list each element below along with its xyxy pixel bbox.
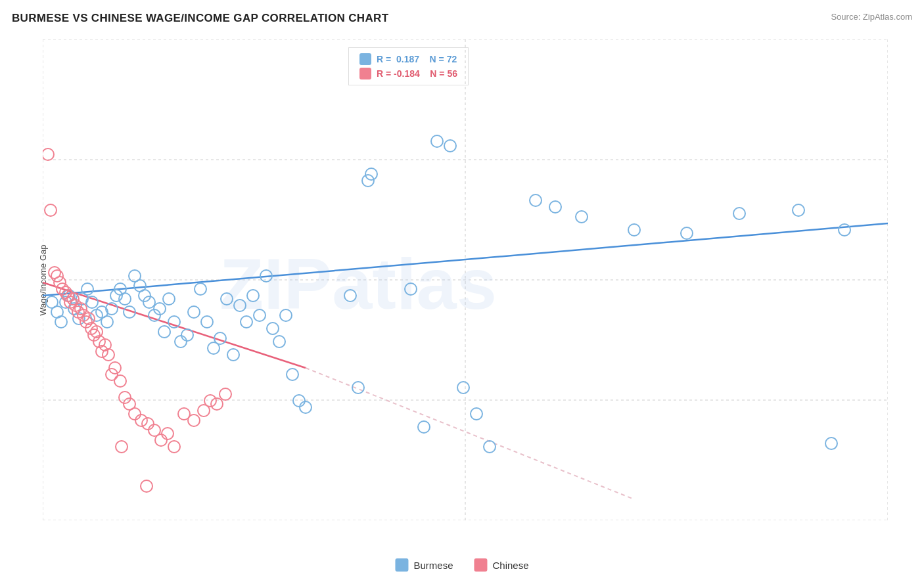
svg-point-58 [267,323,279,334]
svg-point-112 [129,408,141,420]
svg-point-113 [135,415,147,426]
svg-point-124 [219,388,231,400]
svg-point-106 [103,349,114,361]
svg-point-75 [530,194,542,206]
svg-point-61 [287,369,298,380]
svg-point-82 [825,438,837,449]
bottom-legend-box-burmese [395,558,408,572]
svg-point-71 [444,140,456,152]
svg-point-62 [293,395,305,407]
bottom-legend-burmese: Burmese [395,558,453,572]
bottom-legend-label-burmese: Burmese [413,560,453,571]
svg-point-114 [142,418,154,430]
svg-point-85 [45,204,57,216]
svg-point-110 [119,392,131,403]
bottom-legend-chinese: Chinese [474,558,528,572]
svg-point-80 [733,208,745,219]
svg-point-120 [188,415,200,426]
svg-point-47 [195,283,206,295]
chart-title: BURMESE VS CHINESE WAGE/INCOME GAP CORRE… [12,12,388,25]
svg-point-59 [273,336,285,348]
svg-point-45 [181,329,193,341]
svg-point-81 [793,204,804,216]
svg-point-83 [839,224,850,236]
svg-point-77 [576,211,588,223]
svg-point-44 [175,336,187,348]
svg-point-84 [43,148,54,160]
svg-point-72 [457,382,469,394]
svg-point-29 [101,316,113,328]
svg-point-79 [681,227,693,239]
svg-point-69 [418,421,430,433]
svg-point-70 [431,135,443,147]
bottom-legend-box-chinese [474,558,487,572]
chart-svg: ZIPatlas 80.0% 60.0% 40.0% 20.0% 0.0% 60… [43,39,888,520]
svg-point-78 [628,224,640,236]
svg-point-117 [162,428,173,440]
svg-point-25 [81,283,93,295]
svg-point-74 [484,441,496,453]
svg-point-109 [114,375,126,387]
svg-point-67 [365,168,377,180]
svg-point-122 [204,395,216,407]
svg-point-37 [139,290,150,302]
svg-point-41 [158,326,170,338]
watermark-text: ZIPatlas [219,243,497,324]
svg-point-125 [116,441,127,453]
svg-point-126 [141,480,152,492]
svg-point-118 [168,441,180,453]
svg-point-42 [163,293,175,305]
svg-point-52 [227,349,239,361]
svg-point-87 [51,270,63,282]
svg-point-66 [362,175,374,187]
bottom-legend: Burmese Chinese [395,558,528,572]
svg-point-46 [188,306,200,318]
svg-point-76 [549,201,561,213]
svg-point-116 [155,434,167,446]
svg-point-38 [143,296,155,308]
svg-point-48 [201,316,213,328]
source-label: Source: ZipAtlas.com [831,12,912,22]
svg-point-19 [55,316,67,328]
svg-point-107 [106,369,118,380]
bottom-legend-label-chinese: Chinese [492,560,528,571]
chart-container: BURMESE VS CHINESE WAGE/INCOME GAP CORRE… [0,0,924,586]
svg-point-63 [300,401,312,413]
svg-point-108 [109,362,121,374]
svg-point-73 [471,408,482,420]
